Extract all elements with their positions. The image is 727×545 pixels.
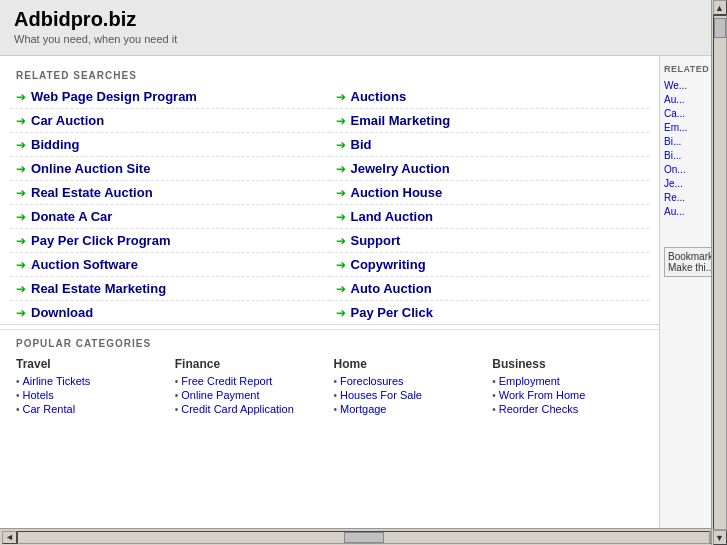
horizontal-scrollbar[interactable]: ◄ ►	[0, 528, 727, 545]
arrow-icon: ➔	[336, 210, 346, 224]
arrow-icon: ➔	[336, 306, 346, 320]
link-free-credit-report[interactable]: Free Credit Report	[181, 375, 272, 387]
link-pay-per-click[interactable]: Pay Per Click	[351, 305, 433, 320]
header: Adbidpro.biz What you need, when you nee…	[0, 0, 727, 56]
link-online-auction-site[interactable]: Online Auction Site	[31, 161, 150, 176]
link-auctions[interactable]: Auctions	[351, 89, 407, 104]
list-item: ➔ Online Auction Site	[10, 157, 330, 181]
list-item: ➔ Auctions	[330, 85, 650, 109]
links-column-left: ➔ Web Page Design Program ➔ Car Auction …	[10, 85, 330, 324]
arrow-icon: ➔	[16, 90, 26, 104]
link-email-marketing[interactable]: Email Marketing	[351, 113, 451, 128]
link-copywriting[interactable]: Copywriting	[351, 257, 426, 272]
list-item: ➔ Car Auction	[10, 109, 330, 133]
link-bid[interactable]: Bid	[351, 137, 372, 152]
list-item: ➔ Web Page Design Program	[10, 85, 330, 109]
arrow-icon: ➔	[336, 234, 346, 248]
link-online-payment[interactable]: Online Payment	[181, 389, 259, 401]
arrow-icon: ➔	[16, 234, 26, 248]
list-item: ➔ Real Estate Auction	[10, 181, 330, 205]
scroll-track-horizontal	[17, 531, 710, 544]
arrow-icon: ➔	[336, 162, 346, 176]
content-area: RELATED SEARCHES ➔ Web Page Design Progr…	[0, 56, 659, 528]
arrow-icon: ➔	[336, 186, 346, 200]
link-work-from-home[interactable]: Work From Home	[499, 389, 586, 401]
scroll-down-button[interactable]: ▼	[713, 530, 727, 545]
list-item: ➔ Jewelry Auction	[330, 157, 650, 181]
link-real-estate-auction[interactable]: Real Estate Auction	[31, 185, 153, 200]
list-item: ➔ Copywriting	[330, 253, 650, 277]
link-employment[interactable]: Employment	[499, 375, 560, 387]
related-searches-label: RELATED SEARCHES	[0, 64, 659, 85]
arrow-icon: ➔	[16, 186, 26, 200]
category-title-travel: Travel	[16, 357, 167, 371]
arrow-icon: ➔	[336, 258, 346, 272]
category-travel: Travel Airline Tickets Hotels Car Rental	[16, 357, 167, 417]
site-title: Adbidpro.biz	[14, 8, 713, 31]
link-pay-per-click-program[interactable]: Pay Per Click Program	[31, 233, 170, 248]
main-area: RELATED SEARCHES ➔ Web Page Design Progr…	[0, 56, 727, 528]
link-download[interactable]: Download	[31, 305, 93, 320]
arrow-icon: ➔	[336, 138, 346, 152]
list-item: ➔ Pay Per Click	[330, 301, 650, 324]
popular-categories-section: POPULAR CATEGORIES Travel Airline Ticket…	[0, 329, 659, 425]
link-jewelry-auction[interactable]: Jewelry Auction	[351, 161, 450, 176]
link-reorder-checks[interactable]: Reorder Checks	[499, 403, 578, 415]
arrow-icon: ➔	[16, 138, 26, 152]
category-title-home: Home	[334, 357, 485, 371]
link-airline-tickets[interactable]: Airline Tickets	[23, 375, 91, 387]
link-auction-house[interactable]: Auction House	[351, 185, 443, 200]
link-mortgage[interactable]: Mortgage	[340, 403, 386, 415]
vertical-scrollbar[interactable]: ▲ ▼	[711, 0, 727, 545]
arrow-icon: ➔	[16, 306, 26, 320]
scroll-thumb-vertical[interactable]	[714, 18, 726, 38]
list-item: ➔ Bid	[330, 133, 650, 157]
link-land-auction[interactable]: Land Auction	[351, 209, 434, 224]
link-auto-auction[interactable]: Auto Auction	[351, 281, 432, 296]
link-auction-software[interactable]: Auction Software	[31, 257, 138, 272]
arrow-icon: ➔	[336, 114, 346, 128]
link-real-estate-marketing[interactable]: Real Estate Marketing	[31, 281, 166, 296]
category-title-finance: Finance	[175, 357, 326, 371]
link-web-page-design[interactable]: Web Page Design Program	[31, 89, 197, 104]
list-item: ➔ Bidding	[10, 133, 330, 157]
categories-grid: Travel Airline Tickets Hotels Car Rental…	[16, 357, 643, 417]
arrow-icon: ➔	[336, 282, 346, 296]
list-item: ➔ Email Marketing	[330, 109, 650, 133]
category-business: Business Employment Work From Home Reord…	[492, 357, 643, 417]
links-grid: ➔ Web Page Design Program ➔ Car Auction …	[0, 85, 659, 325]
arrow-icon: ➔	[16, 114, 26, 128]
list-item: ➔ Auction House	[330, 181, 650, 205]
arrow-icon: ➔	[16, 282, 26, 296]
list-item: ➔ Support	[330, 229, 650, 253]
link-car-rental[interactable]: Car Rental	[23, 403, 76, 415]
site-subtitle: What you need, when you need it	[14, 33, 713, 45]
link-credit-card-application[interactable]: Credit Card Application	[181, 403, 294, 415]
arrow-icon: ➔	[16, 258, 26, 272]
list-item: ➔ Donate A Car	[10, 205, 330, 229]
list-item: ➔ Real Estate Marketing	[10, 277, 330, 301]
link-foreclosures[interactable]: Foreclosures	[340, 375, 404, 387]
list-item: ➔ Pay Per Click Program	[10, 229, 330, 253]
popular-categories-label: POPULAR CATEGORIES	[16, 338, 643, 349]
link-hotels[interactable]: Hotels	[23, 389, 54, 401]
scroll-left-button[interactable]: ◄	[2, 531, 17, 544]
scroll-thumb-horizontal[interactable]	[344, 532, 384, 543]
scroll-track-vertical	[713, 15, 727, 530]
scroll-up-button[interactable]: ▲	[713, 0, 727, 15]
arrow-icon: ➔	[336, 90, 346, 104]
link-donate-a-car[interactable]: Donate A Car	[31, 209, 112, 224]
arrow-icon: ➔	[16, 162, 26, 176]
category-title-business: Business	[492, 357, 643, 371]
category-home: Home Foreclosures Houses For Sale Mortga…	[334, 357, 485, 417]
link-support[interactable]: Support	[351, 233, 401, 248]
category-finance: Finance Free Credit Report Online Paymen…	[175, 357, 326, 417]
list-item: ➔ Auto Auction	[330, 277, 650, 301]
link-houses-for-sale[interactable]: Houses For Sale	[340, 389, 422, 401]
list-item: ➔ Download	[10, 301, 330, 324]
links-column-right: ➔ Auctions ➔ Email Marketing ➔ Bid ➔ Jew…	[330, 85, 650, 324]
link-car-auction[interactable]: Car Auction	[31, 113, 104, 128]
list-item: ➔ Land Auction	[330, 205, 650, 229]
list-item: ➔ Auction Software	[10, 253, 330, 277]
link-bidding[interactable]: Bidding	[31, 137, 79, 152]
